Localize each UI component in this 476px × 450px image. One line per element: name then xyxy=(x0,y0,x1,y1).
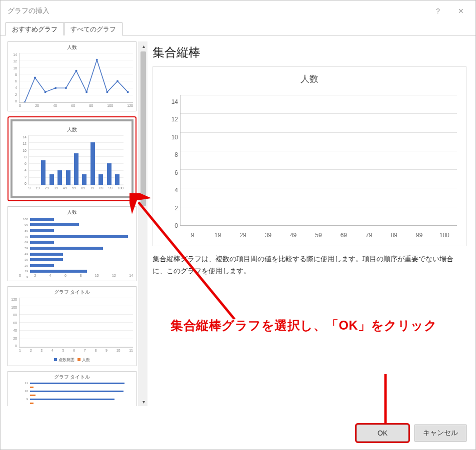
svg-point-8 xyxy=(106,91,108,93)
chart-type-heading: 集合縦棒 xyxy=(152,44,466,60)
dialog-footer: OK キャンセル xyxy=(356,425,466,442)
bars xyxy=(29,135,124,185)
svg-point-3 xyxy=(54,87,56,89)
line-chart-icon xyxy=(20,53,133,102)
chart-thumbnail-column-selected[interactable]: 人数 14 12 10 8 6 4 2 0 xyxy=(8,116,136,201)
chart-type-description: 集合縦棒グラフは、複数の項目間の値を比較する際に使用します。項目の順序が重要でな… xyxy=(152,253,466,277)
svg-point-5 xyxy=(75,70,77,72)
chart-preview-panel: 集合縦棒 人数 0 2 4 6 8 10 12 14 xyxy=(152,41,468,450)
chart-thumbnail-hbar[interactable]: 人数 100 99 89 79 69 59 49 39 29 19 xyxy=(8,206,136,281)
y-axis-labels: 0 2 4 6 8 10 12 14 xyxy=(167,95,178,226)
tab-all-charts[interactable]: すべてのグラフ xyxy=(64,22,122,35)
main-preview-chart[interactable]: 人数 0 2 4 6 8 10 12 14 xyxy=(152,66,466,246)
x-axis-labels: 9 19 29 39 49 59 69 79 89 99 100 xyxy=(180,232,457,239)
thumbnail-list: 人数 14 12 10 8 6 4 2 0 xyxy=(8,41,138,406)
scrollbar-thumb[interactable] xyxy=(140,51,146,206)
plot-area xyxy=(180,95,457,226)
scroll-up-arrow-icon[interactable]: ▴ xyxy=(139,41,148,50)
chart-thumbnail-grouped-column[interactable]: グラフ タイトル 120 100 80 60 40 20 0 xyxy=(8,286,136,366)
thumbnail-title: 人数 xyxy=(18,124,126,133)
chart-thumbnail-line[interactable]: 人数 14 12 10 8 6 4 2 0 xyxy=(8,41,136,111)
chart-thumbnail-grouped-hbar[interactable]: グラフ タイトル 11 10 9 8 7 xyxy=(8,371,136,406)
main-bars xyxy=(180,95,457,225)
content-area: 人数 14 12 10 8 6 4 2 0 xyxy=(0,35,476,450)
insert-chart-dialog: グラフの挿入 ? ✕ おすすめグラフ すべてのグラフ 人数 14 12 10 8 xyxy=(0,0,476,450)
svg-point-6 xyxy=(86,91,88,93)
svg-point-9 xyxy=(116,80,118,82)
x-axis-ticks: 9 19 29 39 49 59 69 79 89 99 100 xyxy=(28,186,124,193)
titlebar: グラフの挿入 ? ✕ xyxy=(0,0,476,21)
grouped-hbars: 11 10 9 8 7 6 xyxy=(19,381,133,406)
thumbnail-title: 人数 xyxy=(8,207,136,216)
y-axis-ticks: 14 12 10 8 6 4 2 0 xyxy=(18,135,28,185)
x-axis-ticks: 0 2 4 6 8 10 12 14 xyxy=(19,274,133,281)
scroll-down-arrow-icon[interactable]: ▾ xyxy=(139,397,148,406)
thumbnail-title: グラフ タイトル xyxy=(8,287,136,296)
x-axis-ticks: 1 2 3 4 5 6 7 8 9 10 11 xyxy=(19,349,133,356)
chart-title: 人数 xyxy=(153,73,466,85)
sidebar-scrollbar[interactable]: ▴ ▾ xyxy=(138,41,148,406)
svg-point-7 xyxy=(96,59,98,61)
help-button[interactable]: ? xyxy=(426,3,450,18)
tab-strip: おすすめグラフ すべてのグラフ xyxy=(0,21,476,35)
svg-point-4 xyxy=(65,87,67,89)
y-axis-ticks: 14 12 10 8 6 4 2 0 xyxy=(8,53,18,103)
legend: 点数範囲 人数 xyxy=(8,356,136,366)
tab-recommended[interactable]: おすすめグラフ xyxy=(6,22,64,35)
svg-point-10 xyxy=(127,91,129,93)
svg-point-2 xyxy=(44,91,46,93)
recommended-chart-list: 人数 14 12 10 8 6 4 2 0 xyxy=(8,41,148,406)
x-axis-ticks: 0 20 40 60 80 100 120 xyxy=(19,104,133,111)
svg-point-1 xyxy=(34,77,36,79)
annotation-text: 集合縦棒グラフを選択し、「OK」をクリック xyxy=(170,317,437,334)
thumbnail-title: 人数 xyxy=(8,42,136,51)
cancel-button[interactable]: キャンセル xyxy=(414,425,466,442)
grouped-bars xyxy=(20,298,133,347)
y-axis-ticks: 120 100 80 60 40 20 0 xyxy=(8,298,18,348)
dialog-title: グラフの挿入 xyxy=(8,6,426,15)
thumbnail-title: グラフ タイトル xyxy=(8,372,136,381)
hbars: 100 99 89 79 69 59 49 39 29 19 9 xyxy=(19,216,133,281)
close-button[interactable]: ✕ xyxy=(450,3,472,18)
ok-button[interactable]: OK xyxy=(356,425,408,442)
